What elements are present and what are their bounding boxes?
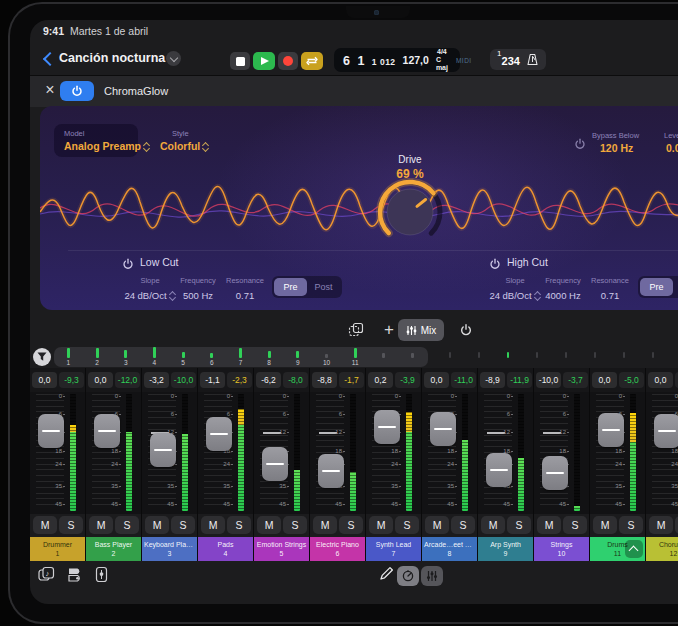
track-name-tile[interactable]: Drummer 1: [30, 537, 85, 561]
high-cut-power-toggle[interactable]: [489, 256, 501, 274]
fader-cap[interactable]: [430, 412, 456, 446]
count-in-metronome-pill[interactable]: 1234: [490, 49, 546, 70]
mute-button[interactable]: M: [89, 516, 113, 534]
peak-level-value[interactable]: -11,9: [507, 372, 532, 388]
overview-track-slot[interactable]: 7: [226, 347, 255, 367]
play-button[interactable]: [253, 52, 275, 70]
track-name-tile[interactable]: Bass Player 2: [86, 537, 141, 561]
mute-button[interactable]: M: [481, 516, 505, 534]
mute-button[interactable]: M: [145, 516, 169, 534]
overview-track-slot[interactable]: [398, 347, 427, 367]
track-name-tile[interactable]: Arcade…eet Pad 8: [422, 537, 477, 561]
lcd-display[interactable]: 6 1 1 012 127,0 4/4 C maj MIDI: [334, 48, 460, 72]
track-name-tile[interactable]: Keyboard Player 3: [142, 537, 197, 561]
cycle-button[interactable]: [301, 52, 323, 70]
track-name-tile[interactable]: Emotion Strings 5: [254, 537, 309, 561]
filter-button[interactable]: [33, 348, 51, 366]
mute-button[interactable]: M: [33, 516, 57, 534]
pre-segment[interactable]: Pre: [274, 278, 307, 296]
track-name-tile[interactable]: Drums 11: [590, 537, 645, 561]
fader-cap[interactable]: [38, 414, 64, 448]
back-chevron-icon[interactable]: [42, 52, 54, 66]
mute-button[interactable]: M: [537, 516, 561, 534]
peak-level-value[interactable]: -10,0: [171, 372, 196, 388]
bypass-power-toggle[interactable]: [574, 136, 586, 154]
volume-value[interactable]: -3,2: [144, 372, 169, 388]
solo-button[interactable]: S: [395, 516, 419, 534]
solo-button[interactable]: S: [171, 516, 195, 534]
solo-button[interactable]: S: [619, 516, 643, 534]
fader-cap[interactable]: [654, 414, 678, 448]
overview-track-slot[interactable]: 11: [341, 347, 370, 367]
volume-value[interactable]: -1,1: [200, 372, 225, 388]
overview-track-slot[interactable]: 5: [169, 347, 198, 367]
high-cut-pre-post-toggle[interactable]: Pre Post: [638, 276, 678, 298]
solo-button[interactable]: S: [339, 516, 363, 534]
mute-button[interactable]: M: [425, 516, 449, 534]
low-cut-pre-post-toggle[interactable]: Pre Post: [272, 276, 342, 298]
plugin-power-toggle[interactable]: [60, 81, 94, 101]
mute-button[interactable]: M: [201, 516, 225, 534]
style-selector[interactable]: Style Colorful: [152, 124, 226, 157]
post-segment[interactable]: Post: [307, 278, 340, 296]
low-cut-power-toggle[interactable]: [122, 256, 134, 274]
fader-cap[interactable]: [374, 410, 400, 444]
volume-value[interactable]: 0,2: [368, 372, 393, 388]
loop-browser-icon[interactable]: ♪: [38, 566, 56, 584]
mixer-power-button[interactable]: [454, 319, 478, 341]
high-cut-resonance[interactable]: Resonance 0.71: [575, 276, 645, 303]
fader-cap[interactable]: [262, 447, 288, 481]
overview-track-slot[interactable]: 3: [111, 347, 140, 367]
track-name-tile[interactable]: Pads 4: [198, 537, 253, 561]
volume-value[interactable]: 0,0: [592, 372, 617, 388]
song-menu-chevron-icon[interactable]: [166, 51, 181, 66]
track-name-tile[interactable]: Electric Piano 6: [310, 537, 365, 561]
solo-button[interactable]: S: [283, 516, 307, 534]
solo-button[interactable]: S: [227, 516, 251, 534]
peak-level-value[interactable]: -11,0: [451, 372, 476, 388]
track-name-tile[interactable]: Strings 10: [534, 537, 589, 561]
level-value[interactable]: 0.0: [666, 142, 678, 154]
volume-value[interactable]: 0,0: [88, 372, 113, 388]
volume-value[interactable]: -8,8: [312, 372, 337, 388]
fader-cap[interactable]: [206, 417, 232, 451]
solo-button[interactable]: S: [59, 516, 83, 534]
mute-button[interactable]: M: [649, 516, 673, 534]
solo-button[interactable]: S: [563, 516, 587, 534]
mute-button[interactable]: M: [257, 516, 281, 534]
mute-button[interactable]: M: [369, 516, 393, 534]
controls-view-button[interactable]: [397, 566, 419, 586]
peak-level-value[interactable]: -9,3: [59, 372, 84, 388]
peak-level-value[interactable]: -8,0: [283, 372, 308, 388]
overview-track-slot[interactable]: 2: [83, 347, 112, 367]
overview-track-slot[interactable]: 1: [54, 347, 83, 367]
peak-level-value[interactable]: -2,3: [227, 372, 252, 388]
track-name-tile[interactable]: Arp Synth 9: [478, 537, 533, 561]
collapse-chevron-button[interactable]: [625, 540, 643, 558]
pre-segment[interactable]: Pre: [640, 278, 673, 296]
fader-cap[interactable]: [598, 413, 624, 447]
low-cut-resonance[interactable]: Resonance 0.71: [210, 276, 280, 303]
plugin-tiles-icon[interactable]: [67, 566, 85, 584]
volume-value[interactable]: 0,0: [648, 372, 673, 388]
fader-cap[interactable]: [94, 414, 120, 448]
stop-button[interactable]: [230, 52, 250, 70]
overview-track-slot[interactable]: 10: [312, 347, 341, 367]
volume-value[interactable]: 0,0: [32, 372, 57, 388]
fader-cap[interactable]: [542, 456, 568, 490]
fader-panel-icon[interactable]: [95, 566, 113, 584]
solo-button[interactable]: S: [451, 516, 475, 534]
volume-value[interactable]: -6,2: [256, 372, 281, 388]
fader-cap[interactable]: [486, 453, 512, 487]
overview-track-slot[interactable]: 6: [197, 347, 226, 367]
peak-level-value[interactable]: -3,9: [395, 372, 420, 388]
overview-track-slot[interactable]: [370, 347, 399, 367]
track-overview-pill[interactable]: 1234567891011: [54, 347, 428, 367]
peak-level-value[interactable]: -1,7: [339, 372, 364, 388]
overview-track-slot[interactable]: 9: [284, 347, 313, 367]
peak-level-value[interactable]: -3,7: [563, 372, 588, 388]
pencil-edit-icon[interactable]: [379, 566, 397, 584]
model-selector[interactable]: Model Analog Preamp: [54, 124, 138, 157]
post-segment[interactable]: Post: [673, 278, 678, 296]
track-name-tile[interactable]: Chorus V 12: [646, 537, 678, 561]
